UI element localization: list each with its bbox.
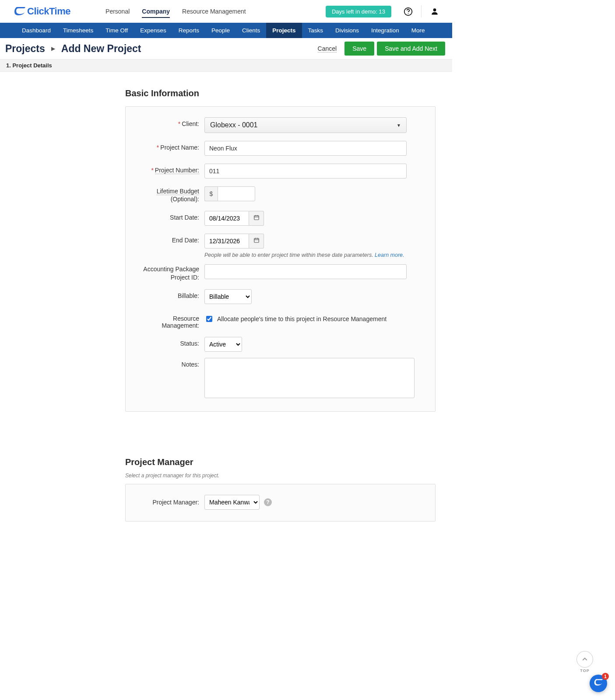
topbar-separator: [421, 5, 422, 18]
breadcrumb-leaf: Add New Project: [61, 43, 141, 55]
nav-tasks[interactable]: Tasks: [302, 23, 330, 38]
brand-logo-icon: [14, 7, 25, 16]
end-date-picker-button[interactable]: [249, 234, 264, 248]
breadcrumb-root[interactable]: Projects: [5, 43, 45, 55]
notes-textarea[interactable]: [204, 358, 415, 398]
accounting-id-label: Accounting Package Project ID:: [134, 264, 204, 281]
caret-down-icon: ▼: [397, 123, 401, 128]
nav-projects[interactable]: Projects: [266, 23, 302, 38]
topnav-company[interactable]: Company: [142, 5, 170, 18]
status-select[interactable]: Active: [204, 337, 242, 352]
topnav-personal[interactable]: Personal: [105, 5, 130, 18]
basic-info-panel: *Client: Globexx - 0001 ▼ *Project Name:…: [125, 106, 436, 412]
learn-more-link[interactable]: Learn more.: [375, 252, 404, 258]
nav-timesheets[interactable]: Timesheets: [57, 23, 99, 38]
pm-subtext: Select a project manager for this projec…: [125, 472, 436, 479]
lifetime-budget-input[interactable]: [218, 186, 255, 201]
calendar-icon: [253, 214, 260, 222]
billable-label: Billable:: [134, 289, 204, 299]
notes-label: Notes:: [134, 358, 204, 368]
nav-reports[interactable]: Reports: [172, 23, 205, 38]
demo-days-badge[interactable]: Days left in demo: 13: [326, 6, 391, 18]
nav-integration[interactable]: Integration: [365, 23, 405, 38]
svg-rect-10: [254, 238, 259, 242]
resource-mgmt-checkbox-label: Allocate people's time to this project i…: [217, 315, 387, 322]
svg-point-1: [20, 10, 21, 11]
content: Basic Information *Client: Globexx - 000…: [0, 72, 452, 556]
svg-point-5: [433, 8, 436, 11]
project-name-label: *Project Name:: [134, 141, 204, 151]
project-number-input[interactable]: [204, 164, 407, 178]
start-date-input[interactable]: [204, 211, 249, 226]
svg-rect-6: [254, 216, 259, 220]
client-label: *Client:: [134, 117, 204, 127]
cancel-link[interactable]: Cancel: [318, 45, 337, 52]
nav-more[interactable]: More: [405, 23, 431, 38]
resource-mgmt-checkbox[interactable]: [206, 316, 212, 322]
profile-icon[interactable]: [429, 6, 440, 17]
start-date-picker-button[interactable]: [249, 211, 264, 226]
basic-info-title: Basic Information: [125, 88, 436, 98]
top-nav: Personal Company Resource Management: [105, 5, 246, 18]
nav-time-off[interactable]: Time Off: [99, 23, 134, 38]
date-hint: People will be able to enter project tim…: [204, 252, 426, 258]
brand-text: ClickTime: [27, 6, 70, 17]
start-date-label: Start Date:: [134, 211, 204, 221]
calendar-icon: [253, 237, 260, 245]
breadcrumb-separator-icon: ▶: [51, 46, 55, 52]
lifetime-budget-label: Lifetime Budget (Optional):: [134, 186, 204, 203]
svg-point-4: [408, 13, 408, 14]
end-date-input[interactable]: [204, 234, 249, 248]
main-nav: Dashboard Timesheets Time Off Expenses R…: [0, 23, 452, 38]
client-select-value: Globexx - 0001: [210, 121, 258, 129]
pm-help-icon[interactable]: ?: [264, 498, 272, 506]
status-label: Status:: [134, 337, 204, 347]
billable-select[interactable]: Billable: [204, 289, 252, 304]
pm-title: Project Manager: [125, 457, 436, 467]
nav-clients[interactable]: Clients: [236, 23, 266, 38]
topnav-resource-management[interactable]: Resource Management: [182, 5, 246, 18]
resource-mgmt-label: Resource Management:: [134, 312, 204, 329]
project-name-input[interactable]: [204, 141, 407, 156]
svg-point-2: [22, 10, 24, 11]
svg-point-0: [18, 10, 19, 11]
help-icon[interactable]: [403, 6, 413, 17]
brand-logo[interactable]: ClickTime: [14, 6, 70, 17]
nav-people[interactable]: People: [205, 23, 236, 38]
pm-panel: Project Manager: Maheen Kanwal ?: [125, 484, 436, 522]
currency-prefix: $: [204, 186, 218, 201]
nav-divisions[interactable]: Divisions: [329, 23, 365, 38]
project-number-label: *Project Number:: [134, 164, 204, 174]
step-bar: 1. Project Details: [0, 60, 452, 72]
top-bar: ClickTime Personal Company Resource Mana…: [0, 0, 452, 23]
save-and-add-next-button[interactable]: Save and Add Next: [377, 42, 445, 56]
save-button[interactable]: Save: [344, 42, 374, 56]
nav-dashboard[interactable]: Dashboard: [16, 23, 57, 38]
end-date-label: End Date:: [134, 234, 204, 244]
accounting-id-input[interactable]: [204, 264, 407, 279]
page-header: Projects ▶ Add New Project Cancel Save S…: [0, 38, 452, 60]
client-select[interactable]: Globexx - 0001 ▼: [204, 117, 407, 133]
pm-label: Project Manager:: [134, 499, 204, 506]
nav-expenses[interactable]: Expenses: [134, 23, 172, 38]
pm-select[interactable]: Maheen Kanwal: [204, 495, 260, 510]
